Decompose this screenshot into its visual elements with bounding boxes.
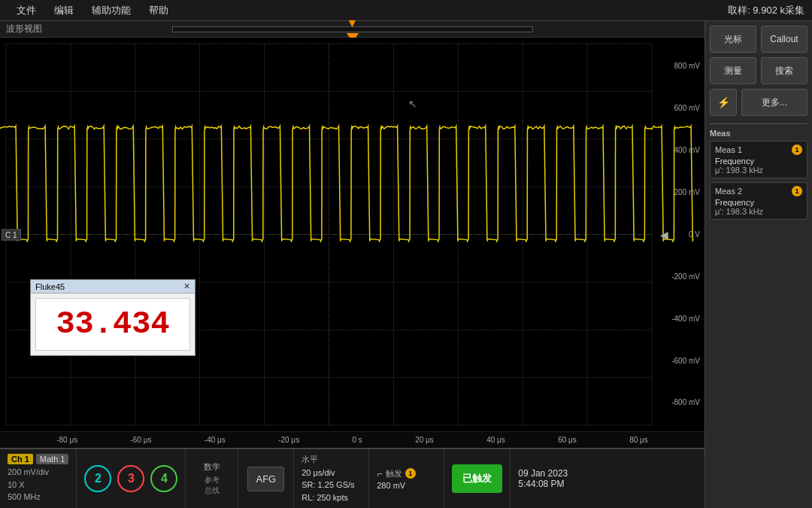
menu-edit[interactable]: 编辑: [45, 0, 83, 20]
meas1-badge: 1: [792, 144, 802, 155]
meas1-value: μ': 198.3 kHz: [715, 166, 802, 175]
ch1-section: Ch 1 Math 1 200 mV/div 10 X 500 MHz: [0, 449, 77, 508]
ch4-button[interactable]: 4: [150, 465, 177, 492]
callout-button[interactable]: Callout: [761, 26, 807, 53]
main-layout: 波形视图 ▼ 800 mV 600 mV 400 mV 200 mV 0 V -…: [0, 21, 812, 508]
ch2-button[interactable]: 2: [84, 465, 111, 492]
ch1-bw: 500 MHz: [8, 491, 68, 503]
menu-tools[interactable]: 辅助功能: [83, 0, 140, 20]
fluke-close-button[interactable]: ✕: [183, 281, 190, 291]
quickmeas-icon[interactable]: ⚡: [710, 89, 737, 116]
c1-channel-label: C 1: [2, 229, 21, 240]
ch1-label[interactable]: Ch 1: [8, 454, 33, 464]
canvas-wrapper[interactable]: 800 mV 600 mV 400 mV 200 mV 0 V -200 mV …: [0, 38, 704, 431]
sample-info: 取样: 9.902 k采集: [728, 4, 804, 17]
trigger-level-arrow: ◀: [660, 229, 668, 241]
waveform-canvas: [0, 38, 704, 431]
ch1-indicator: Ch 1 Math 1: [8, 454, 68, 464]
math1-label[interactable]: Math 1: [36, 454, 69, 464]
time-neg80: -80 μs: [56, 436, 77, 444]
search-button[interactable]: 搜索: [761, 57, 807, 84]
trigger-edge-icon: ⌐: [377, 468, 383, 479]
time-neg20: -20 μs: [278, 436, 299, 444]
ch3-button[interactable]: 3: [117, 465, 144, 492]
math-ref[interactable]: 参考: [193, 475, 230, 485]
trigger-top-marker: ▼: [347, 17, 359, 30]
math-bus[interactable]: 总线: [193, 485, 230, 496]
math-section: 数学 参考 总线: [186, 449, 238, 508]
fluke-title-bar: Fluke45 ✕: [31, 280, 195, 294]
time-60: 60 μs: [558, 436, 577, 444]
datetime-section: 09 Jan 2023 5:44:08 PM: [511, 449, 593, 508]
menu-help[interactable]: 帮助: [140, 0, 177, 20]
ch1-probe: 10 X: [8, 479, 68, 491]
time-0: 0 s: [352, 436, 362, 444]
bottom-bar: Ch 1 Math 1 200 mV/div 10 X 500 MHz 2 3 …: [0, 448, 704, 508]
trigger-area: ▼: [0, 21, 704, 37]
fluke-dialog: Fluke45 ✕ 33.434: [30, 279, 195, 356]
ch1-detail: 200 mV/div 10 X 500 MHz: [8, 466, 68, 503]
meas2-title-row: Meas 2 1: [715, 186, 802, 196]
trigger-section: ⌐ 触发 1 280 mV: [369, 449, 444, 508]
math-title[interactable]: 数学: [193, 461, 230, 473]
trigger-badge: 1: [405, 468, 416, 479]
measure-button[interactable]: 测量: [710, 57, 756, 84]
horiz-sr: SR: 1.25 GS/s: [301, 479, 361, 491]
fluke-title: Fluke45: [35, 282, 65, 291]
time-neg60: -60 μs: [130, 436, 151, 444]
horiz-title: 水平: [301, 454, 361, 465]
waveform-title: 波形视图: [6, 23, 42, 35]
ch1-div: 200 mV/div: [8, 466, 68, 479]
right-panel: 光标 Callout 测量 搜索 ⚡ 更多... Meas Meas 1 1 F…: [704, 21, 812, 508]
time-neg40: -40 μs: [205, 436, 226, 444]
menu-bar: 文件 编辑 辅助功能 帮助 取样: 9.902 k采集: [0, 0, 812, 21]
meas-header: Meas: [710, 129, 807, 138]
afg-section: AFG: [238, 449, 294, 508]
ch-numbers: 2 3 4: [77, 449, 186, 508]
panel-row-1: 光标 Callout: [710, 26, 807, 53]
meas1-title: Meas 1: [715, 145, 742, 154]
menu-file[interactable]: 文件: [8, 0, 45, 20]
triggered-section: 已触发: [444, 449, 511, 508]
time-labels: -80 μs -60 μs -40 μs -20 μs 0 s 20 μs 40…: [0, 431, 704, 448]
time-20: 20 μs: [415, 436, 434, 444]
triggered-button[interactable]: 已触发: [452, 464, 502, 493]
horiz-detail: 20 μs/div SR: 1.25 GS/s RL: 250 kpts: [301, 467, 361, 504]
meas2-title: Meas 2: [715, 187, 742, 196]
horiz-div: 20 μs/div: [301, 467, 361, 479]
meas2-value: μ': 198.3 kHz: [715, 207, 802, 216]
meas2-param: Frequency: [715, 198, 802, 207]
panel-row-3: ⚡ 更多...: [710, 89, 807, 116]
meas-section: Meas Meas 1 1 Frequency μ': 198.3 kHz Me…: [710, 123, 807, 224]
meas1-card[interactable]: Meas 1 1 Frequency μ': 198.3 kHz: [710, 141, 807, 178]
meas2-card[interactable]: Meas 2 1 Frequency μ': 198.3 kHz: [710, 182, 807, 220]
more-button[interactable]: 更多...: [741, 89, 807, 116]
fluke-value-display: 33.434: [35, 298, 190, 351]
horiz-section: 水平 20 μs/div SR: 1.25 GS/s RL: 250 kpts: [294, 449, 369, 508]
afg-button[interactable]: AFG: [247, 467, 284, 491]
time-80: 80 μs: [629, 436, 648, 444]
time-display: 5:44:08 PM: [518, 479, 586, 489]
meas1-title-row: Meas 1 1: [715, 144, 802, 155]
trigger-header: ⌐ 触发 1: [377, 468, 436, 479]
trigger-scrollbar[interactable]: ▼: [172, 26, 533, 32]
meas2-badge: 1: [792, 186, 802, 196]
meas1-param: Frequency: [715, 157, 802, 166]
waveform-header: 波形视图 ▼: [0, 21, 704, 38]
date-display: 09 Jan 2023: [518, 468, 586, 479]
waveform-section: 波形视图 ▼ 800 mV 600 mV 400 mV 200 mV 0 V -…: [0, 21, 704, 508]
cursor-button[interactable]: 光标: [710, 26, 756, 53]
trigger-value: 280 mV: [377, 481, 436, 490]
trigger-title: 触发: [386, 468, 402, 479]
panel-row-2: 测量 搜索: [710, 57, 807, 84]
horiz-rl: RL: 250 kpts: [301, 491, 361, 504]
time-40: 40 μs: [486, 436, 505, 444]
